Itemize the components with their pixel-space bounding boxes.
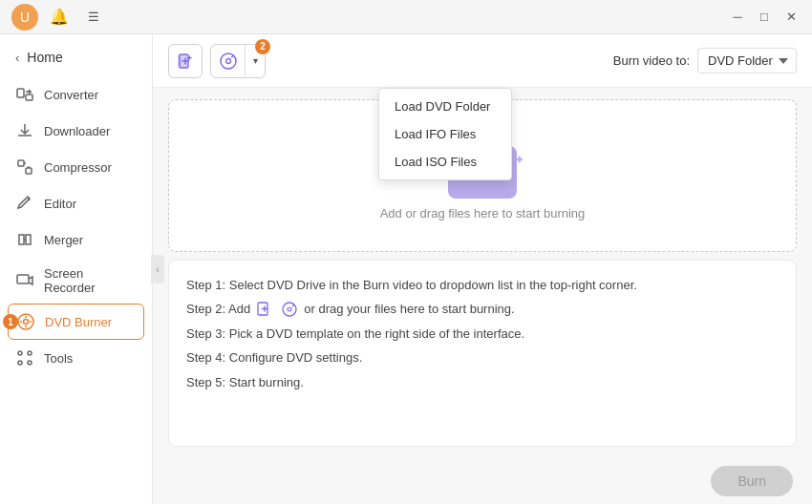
sidebar-item-editor[interactable]: Editor: [0, 185, 152, 221]
dvd-dropdown-arrow-icon: ▾: [246, 55, 265, 66]
converter-icon: [15, 85, 34, 104]
instruction-step5: Step 5: Start burning.: [186, 371, 779, 393]
burn-to-select[interactable]: DVD Folder DVD Disc ISO File: [697, 48, 797, 74]
content-area: + ▾ 2 Burn video to:: [153, 34, 812, 504]
toolbar: + ▾ 2 Burn video to:: [153, 34, 812, 88]
add-dvd-button[interactable]: ▾ 2: [210, 44, 266, 78]
screen-recorder-icon: [15, 271, 34, 290]
sidebar-item-tools[interactable]: Tools: [0, 340, 152, 376]
sidebar-item-label: Editor: [44, 197, 76, 211]
dropdown-item-ifo-files[interactable]: Load IFO Files: [379, 120, 511, 148]
title-bar: U 🔔 ☰ ─ □ ✕: [0, 0, 812, 34]
minimize-button[interactable]: ─: [724, 7, 751, 28]
compressor-icon: [15, 158, 34, 177]
drop-zone-text: Add or drag files here to start burning: [380, 206, 586, 220]
sidebar-item-screen-recorder[interactable]: Screen Recorder: [0, 258, 152, 304]
svg-text:+: +: [187, 53, 192, 63]
sidebar-item-label: Screen Recorder: [44, 266, 137, 295]
burn-button[interactable]: Burn: [711, 466, 793, 496]
sidebar-home[interactable]: ‹ Home: [0, 42, 152, 76]
sidebar-item-label: Merger: [44, 233, 83, 247]
sidebar-item-dvd-burner[interactable]: 1 DVD Burner: [8, 304, 144, 340]
notification-icon-button[interactable]: 🔔: [46, 4, 73, 31]
downloader-icon: [15, 121, 34, 140]
burn-to-section: Burn video to: DVD Folder DVD Disc ISO F…: [613, 48, 797, 74]
instruction-step4: Step 4: Configure DVD settings.: [186, 346, 779, 368]
close-button[interactable]: ✕: [778, 7, 804, 28]
svg-point-10: [28, 361, 32, 365]
dvd-burner-icon: [16, 312, 35, 331]
svg-point-18: [288, 307, 291, 311]
svg-point-15: [225, 58, 230, 63]
user-icon-button[interactable]: U: [11, 4, 38, 31]
svg-point-6: [24, 320, 29, 325]
svg-rect-0: [17, 89, 24, 97]
dvd-burner-badge: 1: [3, 314, 18, 329]
home-label: Home: [27, 50, 62, 65]
add-file-button[interactable]: +: [168, 44, 203, 78]
add-file-inline-icon: [256, 301, 273, 318]
back-arrow-icon: ‹: [15, 51, 19, 65]
sidebar-item-label: DVD Burner: [45, 315, 112, 329]
editor-icon: [15, 194, 34, 213]
dvd-icon: [211, 45, 246, 77]
svg-point-8: [28, 351, 32, 355]
sidebar-item-converter[interactable]: Converter: [0, 76, 152, 113]
sidebar-item-label: Converter: [44, 88, 98, 102]
dropdown-item-dvd-folder[interactable]: Load DVD Folder: [379, 93, 511, 120]
burn-to-label: Burn video to:: [613, 53, 690, 68]
add-dvd-inline-icon: [281, 301, 298, 318]
svg-point-9: [18, 361, 22, 365]
tools-icon: [15, 348, 34, 368]
svg-rect-3: [26, 168, 32, 174]
sidebar-item-label: Tools: [44, 351, 73, 366]
sidebar: ‹ Home Converter Downloader: [0, 34, 153, 504]
dropdown-item-iso-files[interactable]: Load ISO Files: [379, 148, 511, 176]
maximize-button[interactable]: □: [751, 7, 778, 28]
instructions-panel: Step 1: Select DVD Drive in the Burn vid…: [168, 260, 797, 447]
svg-rect-2: [18, 160, 24, 166]
menu-icon-button[interactable]: ☰: [80, 7, 107, 28]
dvd-button-badge: 2: [255, 39, 270, 54]
main-layout: ‹ Home Converter Downloader: [0, 34, 812, 504]
instruction-step3: Step 3: Pick a DVD template on the right…: [186, 323, 779, 345]
dropdown-menu: Load DVD Folder Load IFO Files Load ISO …: [378, 88, 512, 180]
sparkle-right-icon: ✦: [514, 152, 525, 167]
sidebar-item-merger[interactable]: Merger: [0, 221, 152, 258]
sidebar-item-compressor[interactable]: Compressor: [0, 149, 152, 185]
sidebar-item-downloader[interactable]: Downloader: [0, 113, 152, 149]
sidebar-item-label: Downloader: [44, 124, 110, 138]
svg-point-7: [18, 351, 22, 355]
sidebar-item-label: Compressor: [44, 160, 112, 175]
svg-rect-4: [17, 275, 29, 284]
instruction-step1: Step 1: Select DVD Drive in the Burn vid…: [186, 274, 779, 296]
svg-rect-1: [26, 94, 32, 100]
sidebar-collapse-button[interactable]: ‹: [151, 255, 164, 284]
instruction-step2: Step 2: Add or drag: [186, 298, 779, 320]
bottom-bar: Burn: [153, 458, 812, 504]
title-bar-left: U 🔔 ☰: [8, 4, 107, 31]
merger-icon: [15, 230, 34, 249]
